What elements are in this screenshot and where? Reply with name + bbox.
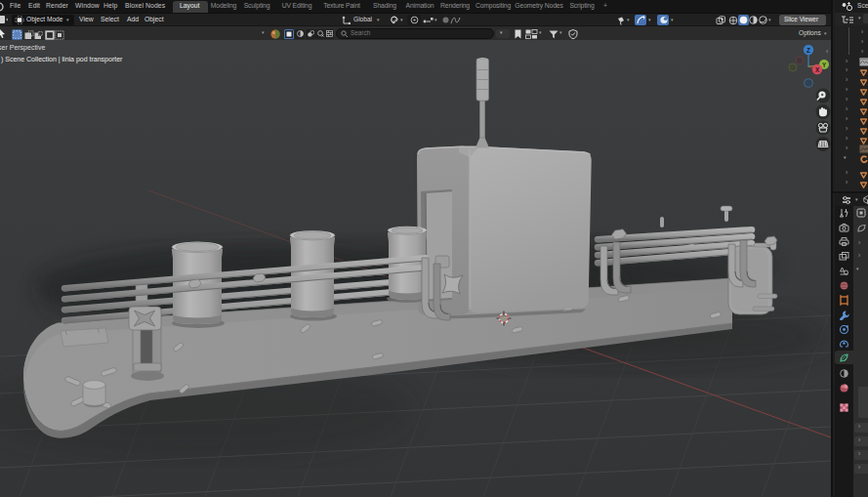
svg-text:User Perspective: User Perspective: [0, 44, 45, 52]
svg-text:Z: Z: [806, 47, 810, 54]
svg-text:) Scene Collection | linia pod: ) Scene Collection | linia pod transport…: [1, 56, 123, 63]
